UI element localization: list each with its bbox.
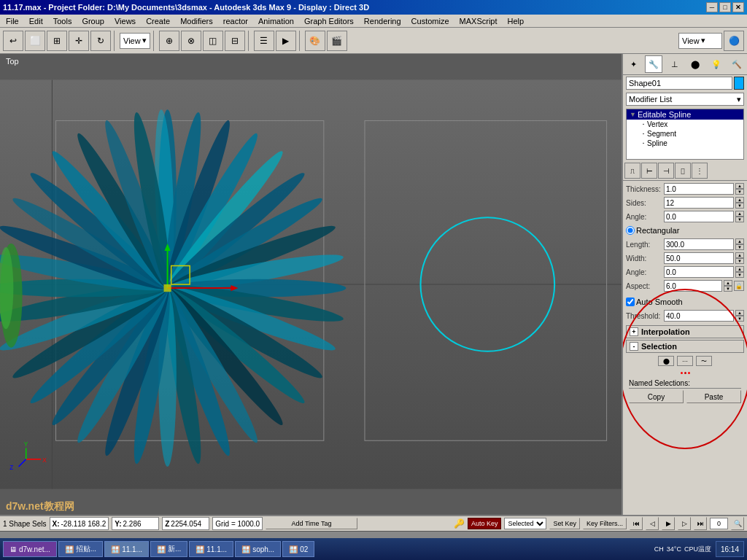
maximize-button[interactable]: □ — [719, 2, 731, 12]
stack-item-segment[interactable]: ⬝ Segment — [627, 129, 743, 139]
go-start-button[interactable]: ⏮ — [630, 517, 643, 530]
threshold-spin-down[interactable]: ▼ — [735, 316, 744, 322]
mirror-button[interactable]: ◫ — [203, 31, 223, 51]
menu-graph-editors[interactable]: Graph Editors — [300, 16, 358, 26]
taskbar-item-1[interactable]: 🖥 d7w.net... — [3, 541, 57, 557]
sub-tab-1[interactable]: ⎍ — [624, 163, 640, 179]
modifier-list-dropdown[interactable]: Modifier List ▾ — [626, 93, 744, 106]
menu-rendering[interactable]: Rendering — [360, 16, 406, 26]
main-viewport[interactable]: Top — [0, 54, 622, 515]
utilities-panel-button[interactable]: 🔨 — [728, 55, 746, 73]
angle2-spin-down[interactable]: ▼ — [735, 272, 744, 278]
zoom-viewport-button[interactable]: 🔍 — [731, 517, 744, 530]
close-button[interactable]: ✕ — [732, 2, 744, 12]
menu-animation[interactable]: Animation — [254, 16, 298, 26]
bezier-icon-3[interactable]: 〜 — [696, 356, 712, 366]
snap2-button[interactable]: ⊗ — [181, 31, 201, 51]
menu-maxscript[interactable]: MAXScript — [455, 16, 502, 26]
taskbar-item-4[interactable]: 🪟 新... — [150, 541, 187, 557]
angle2-spin-up[interactable]: ▲ — [735, 266, 744, 272]
view-dropdown[interactable]: View ▾ — [120, 33, 150, 49]
stack-item-editable-spline[interactable]: ▼ Editable Spline — [627, 109, 743, 120]
prev-frame-button[interactable]: ◁ — [646, 517, 659, 530]
taskbar-item-6[interactable]: 🪟 soph... — [235, 541, 281, 557]
modify-panel-button[interactable]: 🔧 — [645, 55, 662, 73]
next-frame-button[interactable]: ▷ — [678, 517, 691, 530]
thickness-spin-down[interactable]: ▼ — [735, 189, 744, 195]
width-input[interactable] — [664, 252, 734, 264]
copy-button[interactable]: Copy — [629, 390, 684, 403]
snap-button[interactable]: ⊕ — [159, 31, 179, 51]
menu-reactor[interactable]: reactor — [219, 16, 252, 26]
paste-button[interactable]: Paste — [686, 390, 741, 403]
width-spin-up[interactable]: ▲ — [735, 252, 744, 258]
quick-render-button[interactable]: 🔵 — [724, 31, 744, 51]
sides-spin-down[interactable]: ▼ — [735, 203, 744, 209]
hierarchy-panel-button[interactable]: ⊥ — [666, 55, 684, 73]
auto-smooth-checkbox[interactable] — [626, 298, 635, 306]
object-color-swatch[interactable] — [734, 77, 744, 90]
motion-panel-button[interactable]: ⬤ — [686, 55, 704, 73]
layer-button[interactable]: ☰ — [254, 31, 274, 51]
length-spin-down[interactable]: ▼ — [735, 244, 744, 250]
length-spin-up[interactable]: ▲ — [735, 238, 744, 244]
render-scene-button[interactable]: 🎬 — [327, 31, 347, 51]
display-panel-button[interactable]: 💡 — [708, 55, 725, 73]
selection-rollout[interactable]: - Selection — [626, 340, 744, 353]
menu-group[interactable]: Group — [77, 16, 109, 26]
taskbar-item-2[interactable]: 🪟 招贴... — [58, 541, 103, 557]
taskbar-item-5[interactable]: 🪟 11.1... — [189, 541, 233, 557]
sub-tab-4[interactable]: ⌷ — [675, 163, 691, 179]
angle-spin-up[interactable]: ▲ — [735, 211, 744, 217]
sub-tab-3[interactable]: ⊣ — [658, 163, 674, 179]
create-panel-button[interactable]: ✦ — [624, 55, 642, 73]
selection-dropdown[interactable]: Selected — [504, 518, 546, 529]
current-frame-input[interactable] — [710, 518, 728, 529]
select-region-button[interactable]: ⊞ — [47, 31, 67, 51]
menu-customize[interactable]: Customize — [407, 16, 454, 26]
threshold-spin-up[interactable]: ▲ — [735, 310, 744, 316]
thickness-input[interactable] — [664, 183, 734, 195]
material-editor-button[interactable]: 🎨 — [305, 31, 325, 51]
menu-views[interactable]: Views — [110, 16, 140, 26]
play-button[interactable]: ▶ — [662, 517, 675, 530]
key-filters-button[interactable]: Key Filters... — [583, 518, 627, 529]
aspect-spin-down[interactable]: ▼ — [724, 286, 732, 292]
sides-input[interactable] — [664, 197, 734, 209]
angle2-input[interactable] — [664, 266, 734, 278]
menu-file[interactable]: File — [1, 16, 23, 26]
menu-tools[interactable]: Tools — [49, 16, 77, 26]
bezier-icon-2[interactable]: ⋯ — [677, 356, 693, 366]
undo-button[interactable]: ↩ — [3, 31, 23, 51]
set-key-button[interactable]: Set Key — [549, 518, 580, 529]
y-coord-field[interactable]: Y: 2.286 — [112, 517, 159, 530]
aspect-lock-icon[interactable]: 🔒 — [734, 281, 744, 291]
threshold-input[interactable] — [664, 310, 734, 322]
interpolation-rollout[interactable]: + Interpolation — [626, 325, 744, 338]
stack-item-spline[interactable]: ⬝ Spline — [627, 139, 743, 148]
move-button[interactable]: ✛ — [69, 31, 89, 51]
angle-spin-down[interactable]: ▼ — [735, 217, 744, 222]
taskbar-item-7[interactable]: 🪟 02 — [282, 541, 314, 557]
add-time-tag-button[interactable]: Add Time Tag — [266, 518, 357, 529]
sub-tab-5[interactable]: ⋮ — [692, 163, 708, 179]
view2-dropdown[interactable]: View ▾ — [678, 33, 722, 49]
select-button[interactable]: ⬜ — [25, 31, 45, 51]
sub-tab-2[interactable]: ⊢ — [641, 163, 657, 179]
x-coord-field[interactable]: X: -28.118 168.2 — [50, 517, 109, 530]
go-end-button[interactable]: ⏭ — [694, 517, 707, 530]
stack-item-vertex[interactable]: ⬝ Vertex — [627, 120, 743, 129]
rotate-button[interactable]: ↻ — [90, 31, 111, 51]
render-button[interactable]: ▶ — [276, 31, 296, 51]
object-name-input[interactable] — [626, 77, 732, 90]
width-spin-down[interactable]: ▼ — [735, 258, 744, 264]
menu-help[interactable]: Help — [503, 16, 529, 26]
aspect-input[interactable] — [664, 280, 722, 292]
bezier-icon-1[interactable]: ⬤ — [658, 356, 674, 366]
align-button[interactable]: ⊟ — [225, 31, 245, 51]
rectangular-radio[interactable] — [626, 226, 635, 235]
auto-key-button[interactable]: Auto Key — [468, 518, 502, 529]
sides-spin-up[interactable]: ▲ — [735, 197, 744, 203]
length-input[interactable] — [664, 238, 734, 250]
aspect-spin-up[interactable]: ▲ — [724, 280, 732, 286]
